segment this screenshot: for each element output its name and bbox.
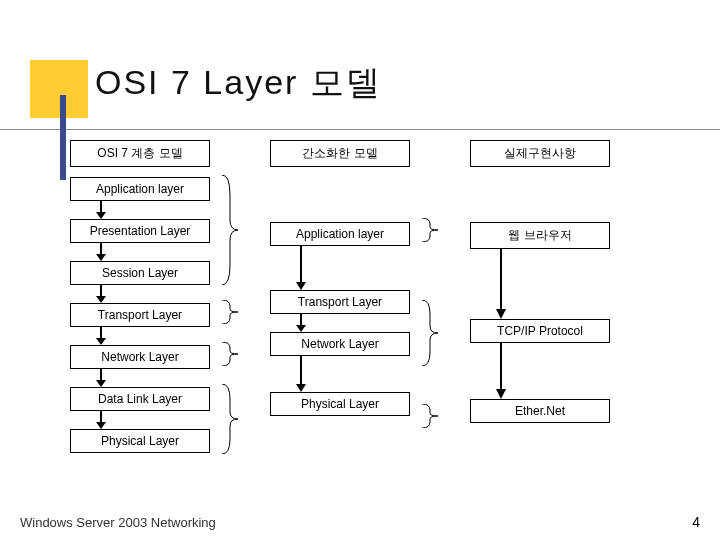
- osi-diagram: OSI 7 계층 모델 Application layer Presentati…: [70, 140, 670, 480]
- simplified-header: 간소화한 모델: [270, 140, 410, 167]
- svg-marker-5: [96, 296, 106, 303]
- brace-icon: [220, 342, 238, 366]
- svg-marker-11: [96, 422, 106, 429]
- implementation-tcpip: TCP/IP Protocol: [470, 319, 610, 343]
- arrow-down-icon: [270, 314, 410, 332]
- brace-icon: [220, 384, 238, 454]
- osi-layer-datalink: Data Link Layer: [70, 387, 210, 411]
- brace-icon: [220, 175, 238, 285]
- svg-marker-17: [296, 384, 306, 392]
- svg-marker-21: [496, 389, 506, 399]
- simplified-layer-network: Network Layer: [270, 332, 410, 356]
- arrow-down-icon: [70, 411, 210, 429]
- page-title: OSI 7 Layer 모델: [95, 60, 720, 106]
- implementation-ethernet: Ether.Net: [470, 399, 610, 423]
- slide-header: OSI 7 Layer 모델: [0, 0, 720, 130]
- brace-icon: [420, 218, 438, 242]
- brace-icon: [220, 300, 238, 324]
- footer-text: Windows Server 2003 Networking: [20, 515, 700, 530]
- arrow-down-icon: [470, 343, 610, 399]
- osi-layer-physical: Physical Layer: [70, 429, 210, 453]
- page-number: 4: [692, 514, 700, 530]
- svg-marker-1: [96, 212, 106, 219]
- brace-icon: [420, 300, 438, 366]
- osi-header: OSI 7 계층 모델: [70, 140, 210, 167]
- simplified-layer-physical: Physical Layer: [270, 392, 410, 416]
- simplified-layer-application: Application layer: [270, 222, 410, 246]
- brace-icon: [420, 404, 438, 428]
- implementation-header: 실제구현사항: [470, 140, 610, 167]
- svg-marker-19: [496, 309, 506, 319]
- osi-layer-presentation: Presentation Layer: [70, 219, 210, 243]
- arrow-down-icon: [70, 243, 210, 261]
- svg-marker-7: [96, 338, 106, 345]
- simplified-layer-transport: Transport Layer: [270, 290, 410, 314]
- svg-marker-15: [296, 325, 306, 332]
- osi-layer-transport: Transport Layer: [70, 303, 210, 327]
- arrow-down-icon: [470, 249, 610, 319]
- svg-marker-3: [96, 254, 106, 261]
- implementation-web-browser: 웹 브라우저: [470, 222, 610, 249]
- svg-marker-13: [296, 282, 306, 290]
- arrow-down-icon: [70, 285, 210, 303]
- accent-bar: [60, 95, 66, 180]
- osi-layer-session: Session Layer: [70, 261, 210, 285]
- osi-layer-network: Network Layer: [70, 345, 210, 369]
- column-osi: OSI 7 계층 모델 Application layer Presentati…: [70, 140, 210, 453]
- accent-square: [30, 60, 88, 118]
- arrow-down-icon: [270, 246, 410, 290]
- arrow-down-icon: [270, 356, 410, 392]
- arrow-down-icon: [70, 327, 210, 345]
- osi-layer-application: Application layer: [70, 177, 210, 201]
- column-implementation: 실제구현사항 웹 브라우저 TCP/IP Protocol Ether.Net: [470, 140, 610, 423]
- arrow-down-icon: [70, 201, 210, 219]
- column-simplified: 간소화한 모델 Application layer Transport Laye…: [270, 140, 410, 416]
- arrow-down-icon: [70, 369, 210, 387]
- svg-marker-9: [96, 380, 106, 387]
